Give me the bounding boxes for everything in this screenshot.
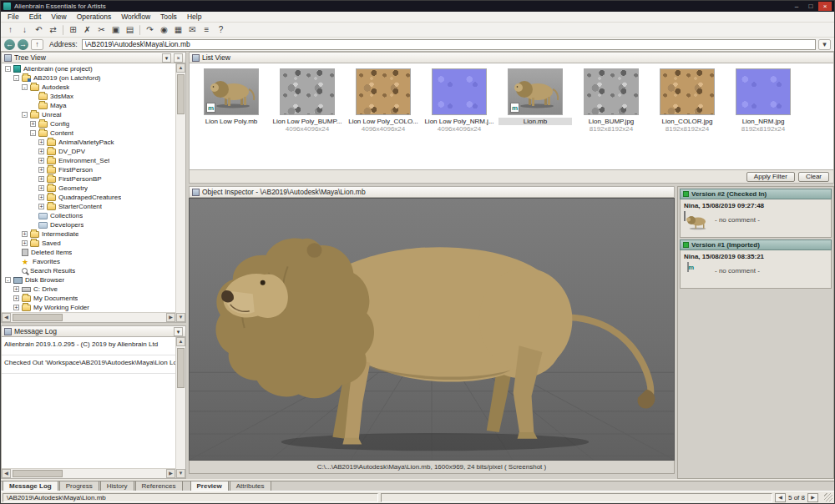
asset-thumbnail[interactable]: m Lion Low Poly.mb: [195, 68, 268, 133]
check-in-icon[interactable]: ↑: [3, 23, 18, 36]
tree-item[interactable]: My Documents: [2, 294, 175, 303]
asset-thumbnail[interactable]: m Lion Low Poly_NRM.j... 4096x4096x24: [423, 68, 496, 133]
expander-icon[interactable]: [30, 121, 36, 127]
tree-item[interactable]: Geometry: [2, 184, 175, 193]
log-vertical-scrollbar[interactable]: ▲ ▼: [175, 337, 185, 478]
menu-workflow[interactable]: Workflow: [116, 12, 155, 22]
scroll-down-icon[interactable]: ▼: [176, 469, 185, 478]
menu-view[interactable]: View: [46, 12, 71, 22]
scroll-thumb[interactable]: [177, 74, 185, 114]
tree-vertical-scrollbar[interactable]: ▲ ▼: [175, 63, 185, 322]
copy-icon[interactable]: ▣: [109, 23, 123, 36]
next-item-icon[interactable]: ▶: [807, 493, 818, 502]
tree-item[interactable]: Config: [2, 119, 175, 129]
tree-item[interactable]: Saved: [2, 239, 175, 248]
expander-icon[interactable]: [22, 240, 28, 246]
views-icon[interactable]: ▦: [171, 23, 185, 36]
tree-item[interactable]: Intermediate: [2, 229, 175, 239]
tree-item[interactable]: Alienbrain (one project): [2, 64, 175, 73]
tree-horizontal-scrollbar[interactable]: ◀ ▶: [2, 312, 175, 322]
expander-icon[interactable]: [30, 130, 36, 136]
tree-item[interactable]: Disk Browser: [2, 275, 175, 285]
asset-thumbnail[interactable]: m Lion_BUMP.jpg 8192x8192x24: [574, 68, 648, 133]
expander-icon[interactable]: [38, 149, 44, 154]
expander-icon[interactable]: [5, 66, 11, 72]
maximize-button[interactable]: □: [804, 2, 817, 11]
asset-thumbnail[interactable]: m Lion_NRM.jpg 8192x8192x24: [726, 68, 800, 133]
tree-item[interactable]: Environment_Set: [2, 156, 175, 165]
up-folder-icon[interactable]: ↑: [31, 39, 43, 50]
message-log-menu-icon[interactable]: ▾: [174, 327, 183, 336]
scroll-left-icon[interactable]: ◀: [2, 313, 11, 322]
mail-icon[interactable]: ✉: [185, 23, 200, 36]
tree-menu-icon[interactable]: ▾: [162, 53, 171, 63]
apply-filter-button[interactable]: Apply Filter: [746, 172, 795, 182]
expander-icon[interactable]: [38, 158, 44, 164]
cut-icon[interactable]: ✂: [94, 23, 109, 36]
scroll-thumb[interactable]: [177, 348, 185, 388]
version-card[interactable]: Version #2 (Checked In) Nina, 15/08/2019…: [680, 189, 832, 238]
expander-icon[interactable]: [38, 176, 44, 182]
3d-preview-viewport[interactable]: [189, 198, 675, 461]
help-icon[interactable]: ?: [214, 23, 228, 36]
refresh-icon[interactable]: ↷: [143, 23, 157, 36]
previous-item-icon[interactable]: ◀: [775, 493, 786, 502]
expander-icon[interactable]: [13, 295, 19, 301]
expander-icon[interactable]: [22, 112, 28, 118]
find-icon[interactable]: ◉: [157, 23, 171, 36]
expander-icon[interactable]: [38, 167, 44, 173]
delete-icon[interactable]: ✗: [80, 23, 94, 36]
tree-item[interactable]: QuadrapedCreatures: [2, 193, 175, 202]
address-input[interactable]: [82, 39, 816, 50]
asset-thumbnail[interactable]: m Lion_COLOR.jpg 8192x8192x24: [650, 68, 724, 133]
expander-icon[interactable]: [22, 84, 28, 90]
scroll-right-icon[interactable]: ▶: [166, 469, 175, 478]
new-folder-icon[interactable]: ⊞: [66, 23, 80, 36]
minimize-button[interactable]: –: [790, 2, 803, 11]
clear-filter-button[interactable]: Clear: [798, 172, 829, 182]
scroll-up-icon[interactable]: ▲: [176, 337, 185, 346]
menu-help[interactable]: Help: [182, 12, 206, 22]
expander-icon[interactable]: [38, 185, 44, 191]
get-latest-icon[interactable]: ⇄: [46, 23, 60, 36]
resize-grip[interactable]: [824, 493, 832, 501]
tree-item[interactable]: Autodesk: [2, 83, 175, 92]
tree-item[interactable]: Maya: [2, 101, 175, 110]
undo-check-out-icon[interactable]: ↶: [32, 23, 46, 36]
tree-item[interactable]: AnimalVarietyPack: [2, 138, 175, 147]
tree-close-icon[interactable]: ×: [174, 53, 183, 63]
expander-icon[interactable]: [5, 277, 11, 283]
separator-2[interactable]: [139, 25, 140, 35]
tree-item[interactable]: Unreal: [2, 110, 175, 119]
asset-thumbnail[interactable]: m Lion Low Poly_COLO... 4096x4096x24: [347, 68, 420, 133]
tree-item[interactable]: C: Drive: [2, 285, 175, 294]
paste-icon[interactable]: ▤: [123, 23, 137, 36]
menu-edit[interactable]: Edit: [24, 12, 47, 22]
expander-icon[interactable]: [13, 305, 19, 310]
separator-1[interactable]: [63, 25, 63, 35]
check-out-icon[interactable]: ↓: [18, 23, 32, 36]
version-header[interactable]: Version #1 (Imported): [680, 239, 832, 250]
menu-file[interactable]: File: [3, 12, 24, 22]
tree-item[interactable]: DV_DPV: [2, 147, 175, 156]
tree-item[interactable]: FirstPersonBP: [2, 174, 175, 184]
scroll-thumb[interactable]: [13, 470, 63, 477]
expander-icon[interactable]: [22, 231, 28, 237]
address-dropdown-icon[interactable]: ▾: [818, 39, 831, 50]
tree-item[interactable]: Search Results: [2, 266, 175, 275]
tree-item[interactable]: FirstPerson: [2, 165, 175, 174]
tree-item[interactable]: Deleted Items: [2, 248, 175, 257]
scroll-down-icon[interactable]: ▼: [176, 313, 185, 322]
expander-icon[interactable]: [38, 204, 44, 209]
scroll-left-icon[interactable]: ◀: [2, 469, 11, 478]
version-card[interactable]: Version #1 (Imported) Nina, 15/08/2019 0…: [680, 239, 832, 289]
expander-icon[interactable]: [38, 139, 44, 145]
expander-icon[interactable]: [13, 286, 19, 292]
tree-item[interactable]: Favorites: [2, 257, 175, 266]
forward-icon[interactable]: →: [18, 39, 28, 50]
asset-thumbnail[interactable]: m Lion Low Poly_BUMP... 4096x4096x24: [271, 68, 344, 133]
tree-item[interactable]: Content: [2, 129, 175, 138]
version-header[interactable]: Version #2 (Checked In): [680, 189, 832, 199]
tree-item[interactable]: Collections: [2, 211, 175, 220]
back-icon[interactable]: ←: [4, 39, 15, 50]
